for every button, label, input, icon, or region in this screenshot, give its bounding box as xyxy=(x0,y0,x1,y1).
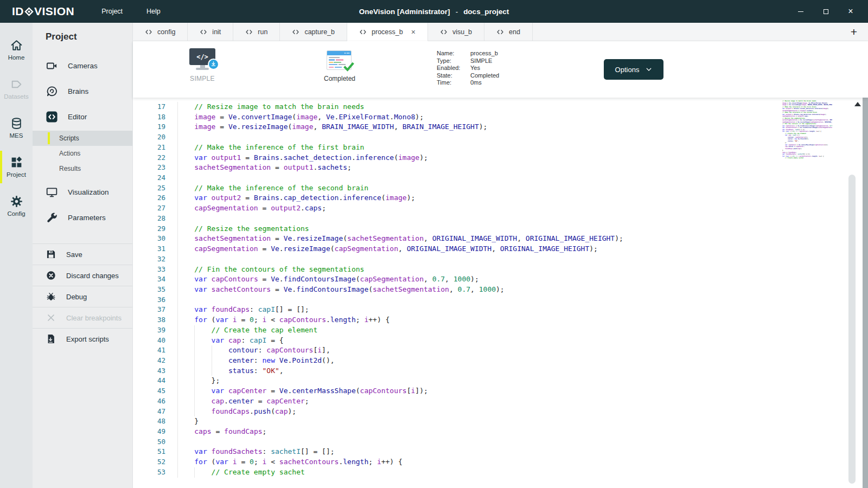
code-line[interactable]: 44}; xyxy=(133,376,868,386)
line-number[interactable]: 31 xyxy=(133,244,165,254)
code-line[interactable]: 42center: new Ve.Point2d(), xyxy=(133,356,868,366)
panel-item-parameters[interactable]: Parameters xyxy=(33,205,132,230)
line-number[interactable]: 22 xyxy=(133,153,165,163)
minimize-button[interactable] xyxy=(792,4,809,19)
line-number[interactable]: 19 xyxy=(133,122,165,132)
panel-item-editor[interactable]: Editor xyxy=(33,104,132,130)
tab-end[interactable]: end xyxy=(484,23,533,41)
editor-scrollbar-thumb[interactable] xyxy=(848,175,856,484)
tab-visu-b[interactable]: visu_b xyxy=(428,23,484,41)
rail-item-home[interactable]: Home xyxy=(0,30,33,69)
code-line[interactable]: 23sachetSegmentation = output1.sachets; xyxy=(133,163,868,173)
options-button[interactable]: Options xyxy=(604,59,663,80)
menu-help[interactable]: Help xyxy=(135,0,173,23)
code-line[interactable]: 41contour: capContours[i], xyxy=(133,345,868,356)
panel-item-visualization[interactable]: Visualization xyxy=(33,179,132,205)
code-line[interactable]: 20 xyxy=(133,132,868,143)
line-number[interactable]: 41 xyxy=(133,345,165,356)
code-line[interactable]: 35var sachetContours = Ve.findContoursIm… xyxy=(133,285,868,295)
code-line[interactable]: 34var capContours = Ve.findContoursImage… xyxy=(133,274,868,285)
code-line[interactable]: 43status: "OK", xyxy=(133,366,868,376)
code-line[interactable]: 40var cap: capI = { xyxy=(133,336,868,346)
code-line[interactable]: 49caps = foundCaps; xyxy=(133,427,868,437)
code-line[interactable]: 51var foundSachets: sachetI[] = []; xyxy=(133,447,868,457)
line-number[interactable]: 35 xyxy=(133,285,165,295)
code-line[interactable]: 33// Fin the contours of the segmentatio… xyxy=(133,265,868,275)
line-number[interactable]: 43 xyxy=(133,366,165,376)
line-number[interactable]: 34 xyxy=(133,274,165,285)
code-line[interactable]: 24 xyxy=(133,173,868,183)
code-line[interactable]: 53// Create empty sachet xyxy=(133,467,868,478)
window-scrollbar[interactable] xyxy=(863,98,868,488)
close-button[interactable]: × xyxy=(842,4,859,19)
code-line[interactable]: 46cap.center = capCenter; xyxy=(133,396,868,407)
rail-item-config[interactable]: Config xyxy=(0,187,33,226)
action-discard-changes[interactable]: Discard changes xyxy=(33,265,132,286)
line-number[interactable]: 52 xyxy=(133,457,165,467)
code-line[interactable]: 21// Make the inference of the first bra… xyxy=(133,143,868,153)
code-line[interactable]: 36 xyxy=(133,295,868,305)
code-line[interactable]: 29// Resize the segmentations xyxy=(133,224,868,234)
line-number[interactable]: 45 xyxy=(133,386,165,396)
code-line[interactable]: 26var output2 = Brains.cap_detection.inf… xyxy=(133,193,868,203)
add-tab-button[interactable]: + xyxy=(840,23,868,41)
minimap[interactable]: // Resize image to match the brain needs… xyxy=(780,100,832,159)
line-number[interactable]: 25 xyxy=(133,183,165,194)
code-editor[interactable]: 17// Resize image to match the brain nee… xyxy=(133,98,868,488)
line-number[interactable]: 51 xyxy=(133,447,165,457)
line-number[interactable]: 33 xyxy=(133,265,165,275)
tab-config[interactable]: config xyxy=(133,23,188,41)
line-number[interactable]: 36 xyxy=(133,295,165,305)
tab-capture-b[interactable]: capture_b xyxy=(280,23,347,41)
code-line[interactable]: 25// Make the inference of the second br… xyxy=(133,183,868,194)
panel-subitem-scripts[interactable]: Scripts xyxy=(33,131,132,146)
line-number[interactable]: 37 xyxy=(133,305,165,315)
line-number[interactable]: 28 xyxy=(133,214,165,224)
code-line[interactable]: 47foundCaps.push(cap); xyxy=(133,407,868,417)
action-debug[interactable]: Debug xyxy=(33,286,132,307)
code-line[interactable]: 37var foundCaps: capI[] = []; xyxy=(133,305,868,315)
code-line[interactable]: 19image = Ve.resizeImage(image, BRAIN_IM… xyxy=(133,122,868,132)
tab-process-b[interactable]: process_b× xyxy=(347,23,428,41)
line-number[interactable]: 24 xyxy=(133,173,165,183)
close-tab-icon[interactable]: × xyxy=(411,28,416,36)
code-line[interactable]: 31capSegmentation = Ve.resizeImage(capSe… xyxy=(133,244,868,254)
code-line[interactable]: 28 xyxy=(133,214,868,224)
code-line[interactable]: 38for (var i = 0; i < capContours.length… xyxy=(133,315,868,325)
line-number[interactable]: 40 xyxy=(133,336,165,346)
line-number[interactable]: 29 xyxy=(133,224,165,234)
line-number[interactable]: 53 xyxy=(133,467,165,478)
panel-subitem-results[interactable]: Results xyxy=(33,161,132,176)
menu-project[interactable]: Project xyxy=(90,0,135,23)
tab-run[interactable]: run xyxy=(233,23,280,41)
line-number[interactable]: 23 xyxy=(133,163,165,173)
line-number[interactable]: 32 xyxy=(133,254,165,265)
rail-item-mes[interactable]: MES xyxy=(0,108,33,147)
line-number[interactable]: 46 xyxy=(133,396,165,407)
scroll-up-arrow[interactable] xyxy=(854,102,861,106)
line-number[interactable]: 42 xyxy=(133,356,165,366)
line-number[interactable]: 17 xyxy=(133,102,165,112)
line-number[interactable]: 21 xyxy=(133,143,165,153)
code-line[interactable]: 39// Create the cap element xyxy=(133,325,868,336)
line-number[interactable]: 26 xyxy=(133,193,165,203)
panel-item-brains[interactable]: Brains xyxy=(33,79,132,104)
maximize-button[interactable] xyxy=(817,4,834,19)
line-number[interactable]: 47 xyxy=(133,407,165,417)
code-line[interactable]: 17// Resize image to match the brain nee… xyxy=(133,102,868,112)
line-number[interactable]: 39 xyxy=(133,325,165,336)
action-export-scripts[interactable]: Export scripts xyxy=(33,328,132,349)
line-number[interactable]: 38 xyxy=(133,315,165,325)
code-line[interactable]: 45var capCenter = Ve.centerMassShape(cap… xyxy=(133,386,868,396)
line-number[interactable]: 49 xyxy=(133,427,165,437)
line-number[interactable]: 27 xyxy=(133,203,165,214)
code-line[interactable]: 32 xyxy=(133,254,868,265)
line-number[interactable]: 18 xyxy=(133,112,165,123)
code-line[interactable]: 48} xyxy=(133,416,868,427)
line-number[interactable]: 50 xyxy=(133,437,165,447)
code-line[interactable]: 30sachetSegmentation = Ve.resizeImage(sa… xyxy=(133,234,868,244)
code-line[interactable]: 18image = Ve.convertImage(image, Ve.EPix… xyxy=(133,112,868,123)
line-number[interactable]: 30 xyxy=(133,234,165,244)
rail-item-datasets[interactable]: Datasets xyxy=(0,69,33,108)
code-line[interactable]: 52for (var i = 0; i < sachetContours.len… xyxy=(133,457,868,467)
